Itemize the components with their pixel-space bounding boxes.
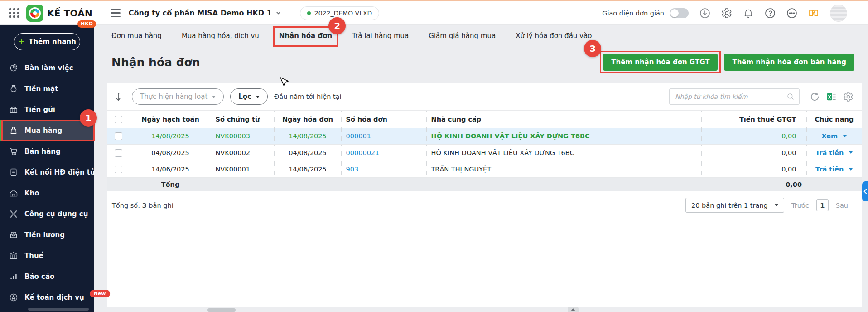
invoice-number-link[interactable]: 903 [346,166,359,173]
refresh-icon[interactable] [810,92,820,102]
tax-icon [9,251,18,260]
sidebar-item-kho[interactable]: Kho [0,183,94,204]
table-row[interactable]: 14/08/2025 NVK00003 14/08/2025 000001 HỘ… [107,128,862,145]
scroll-up-widget[interactable] [568,307,579,312]
col-chuc-nang[interactable]: Chức năng [806,111,862,128]
col-ngay-hach-toan[interactable]: Ngày hạch toán [130,111,211,128]
search-icon[interactable] [781,89,799,104]
row-action-button[interactable]: Trả tiền [815,166,853,173]
bank-icon [9,105,18,114]
annotation-step-1: 1 [80,109,97,127]
tab-giam-gia-hang-mua[interactable]: Giảm giá hàng mua [429,32,496,40]
row-action-button[interactable]: Trả tiền [815,149,853,156]
invoice-number-link[interactable]: 000001 [346,132,371,140]
sidebar-item-tien-luong[interactable]: Tiền lương [0,224,94,245]
annotation-step-3: 3 [584,40,601,57]
add-gtgt-invoice-button[interactable]: Thêm nhận hóa đơn GTGT 3 [603,54,718,71]
salary-icon [9,230,18,239]
current-page-box[interactable]: 1 [816,199,829,211]
chevron-down-icon [276,10,281,15]
sidebar: + Thêm nhanh Bàn làm việc Tiền mặt Tiền … [0,25,94,312]
row-checkbox[interactable] [115,149,122,157]
tab-mua-hang-hoa[interactable]: Mua hàng hóa, dịch vụ [182,32,259,40]
quick-add-button[interactable]: + Thêm nhanh [14,33,80,50]
sidebar-item-ban-hang[interactable]: Bán hàng [0,141,94,162]
invoice-list-card: Thực hiện hàng loạt Lọc Đầu năm tới hiện… [107,83,862,307]
download-icon[interactable] [699,8,710,19]
simple-ui-toggle[interactable] [670,8,689,18]
invoice-table: Ngày hạch toán Số chứng từ Ngày hóa đơn … [107,110,862,191]
expand-panel-toggle[interactable] [862,181,868,201]
misa-logo-icon [26,5,43,22]
sidebar-item-ban-lam-viec[interactable]: Bàn làm việc [0,58,94,78]
status-dot-icon [307,11,311,15]
sidebar-item-mua-hang[interactable]: 1 Mua hàng [0,120,94,141]
sidebar-item-thue[interactable]: Thuế [0,245,94,266]
page-title: Nhận hóa đơn [111,56,200,69]
col-so-chung-tu[interactable]: Số chứng từ [211,111,274,128]
topbar: KẾ TOÁN HKD Công ty cổ phần MISA Demo HK… [0,0,868,25]
caret-down-icon [849,168,853,171]
notifications-bell-icon[interactable] [743,8,754,19]
export-excel-icon[interactable] [826,92,837,102]
tab-tra-lai-hang-mua[interactable]: Trả lại hàng mua [352,32,409,40]
prev-page-button[interactable]: Trước [791,202,809,209]
tips-guide-icon[interactable] [808,8,819,19]
cart-icon [9,147,18,156]
period-label[interactable]: Đầu năm tới hiện tại [274,93,341,100]
page-size-select[interactable]: 20 bản ghi trên 1 trang [685,198,784,213]
table-row[interactable]: 14/06/2025 NVK00001 14/06/2025 903 TRẦN … [107,161,862,178]
sidebar-item-ket-noi-hd[interactable]: Kết nối HĐ điện tử [0,162,94,183]
more-options-icon[interactable] [786,8,797,19]
col-tien-thue-gtgt[interactable]: Tiền thuế GTGT [701,111,806,128]
filter-button[interactable]: Lọc [230,88,268,105]
document-icon [9,168,18,177]
brand-badge: HKD [77,20,96,28]
caret-down-icon [775,204,778,206]
company-selector[interactable]: Công ty cổ phần MISA Demo HKD 1 [129,9,281,17]
brand-logo[interactable]: KẾ TOÁN HKD [26,5,92,22]
tab-don-mua-hang[interactable]: Đơn mua hàng [111,32,162,40]
report-icon [9,272,18,281]
help-icon[interactable] [765,8,776,19]
col-nha-cung-cap[interactable]: Nhà cung cấp [426,111,701,128]
simple-ui-label: Giao diện đơn giản [602,10,664,17]
tab-bar: Đơn mua hàng Mua hàng hóa, dịch vụ Nhận … [94,25,868,47]
sidebar-item-bao-cao[interactable]: Báo cáo [0,266,94,287]
record-count: Tổng số: 3 bản ghi [112,202,174,209]
select-all-checkbox[interactable] [115,116,122,123]
tools-icon [9,210,18,219]
next-page-button[interactable]: Sau [836,202,848,209]
sidebar-item-tien-mat[interactable]: Tiền mặt [0,78,94,99]
sidebar-item-cong-cu[interactable]: Công cụ dụng cụ [0,204,94,224]
col-so-hoa-don[interactable]: Số hóa đơn [341,111,426,128]
chevron-left-icon [863,189,867,194]
dashboard-icon [9,63,18,73]
search-box[interactable] [669,88,800,105]
add-sale-invoice-button[interactable]: Thêm nhận hóa đơn bán hàng [724,54,854,71]
sort-descending-icon[interactable] [115,91,125,102]
invoice-number-link[interactable]: 00000021 [346,149,380,156]
total-vat-amount: 0,00 [701,178,806,192]
hamburger-menu-icon[interactable] [111,9,121,17]
sidebar-item-ke-toan-dich-vu[interactable]: Kế toán dịch vụ New [0,287,94,308]
tab-xu-ly-hoa-don[interactable]: Xử lý hóa đơn đầu vào [516,32,592,40]
total-label: Tổng [130,178,211,192]
app-grid-icon[interactable] [9,8,20,18]
settings-gear-icon[interactable] [721,8,732,19]
user-avatar[interactable] [830,5,847,22]
company-name: Công ty cổ phần MISA Demo HKD 1 [129,9,272,17]
table-row[interactable]: 04/08/2025 NVK00002 04/08/2025 00000021 … [107,145,862,161]
row-checkbox[interactable] [115,132,122,140]
row-checkbox[interactable] [115,166,122,173]
col-ngay-hoa-don[interactable]: Ngày hóa đơn [274,111,341,128]
tab-nhan-hoa-don[interactable]: Nhận hóa đơn 2 [279,32,332,40]
caret-down-icon [843,135,847,137]
row-action-button[interactable]: Xem [821,132,847,140]
horizontal-scrollbar-thumb[interactable] [207,308,236,312]
sidebar-scrollbar[interactable] [28,308,89,311]
search-input[interactable] [670,89,781,104]
batch-action-button[interactable]: Thực hiện hàng loạt [132,88,224,105]
plus-icon: + [18,38,25,46]
column-settings-icon[interactable] [843,92,854,102]
